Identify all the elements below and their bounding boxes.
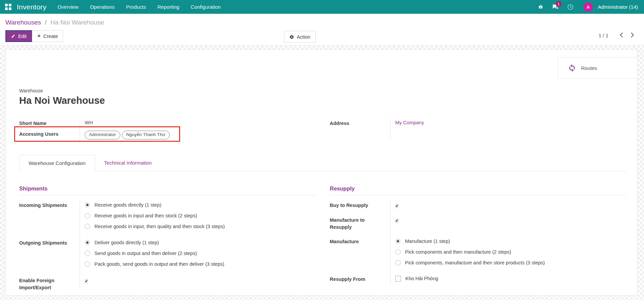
resupply-from-label: Resupply From — [330, 274, 390, 283]
pencil-icon — [11, 34, 15, 38]
manufacture-to-resupply-row: Manufacture to Resupply — [330, 215, 627, 237]
menu-overview[interactable]: Overview — [52, 0, 84, 14]
radio-selected-icon[interactable] — [85, 202, 90, 208]
radio-receive-2-steps[interactable]: Receive goods in input and then stock (2… — [85, 213, 316, 223]
radio-label: Receive goods in input, then quality and… — [94, 223, 225, 230]
breadcrumb: Warehouses / Ha Noi Warehouse — [5, 19, 639, 26]
radio-label: Manufacture (1 step) — [405, 238, 450, 245]
edit-button[interactable]: Edit — [5, 30, 32, 42]
radio-unselected-icon[interactable] — [85, 224, 90, 229]
breadcrumb-current: Ha Noi Warehouse — [50, 19, 104, 26]
foreign-import-export-value — [80, 276, 316, 288]
form-sheet: Routes Warehouse Ha Noi Warehouse Short … — [5, 49, 637, 296]
menu-products[interactable]: Products — [120, 0, 152, 14]
create-button[interactable]: + Create — [32, 30, 63, 42]
refresh-icon — [568, 64, 576, 72]
radio-unselected-icon[interactable] — [85, 261, 90, 267]
buy-to-resupply-row: Buy to Resupply — [330, 201, 627, 215]
radio-receive-1-step[interactable]: Receive goods directly (1 step) — [85, 202, 316, 213]
section-divider — [19, 195, 316, 195]
menu-configuration[interactable]: Configuration — [185, 0, 226, 14]
radio-manufacture-1-step[interactable]: Manufacture (1 step) — [395, 238, 627, 249]
control-panel: Warehouses / Ha Noi Warehouse Edit + Cre… — [0, 14, 644, 45]
radio-deliver-3-steps[interactable]: Pack goods, send goods in output and the… — [85, 261, 316, 272]
chevron-right-icon — [630, 32, 635, 38]
radio-deliver-2-steps[interactable]: Send goods in output and then deliver (2… — [85, 250, 316, 261]
checkbox-checked-icon[interactable] — [85, 279, 88, 284]
checkbox-label: Kho Hải Phòng — [405, 275, 438, 282]
pager-value: 1 / 1 — [599, 33, 608, 38]
tab-content-warehouse-configuration: Shipments Incoming Shipments Receive goo… — [19, 171, 627, 291]
radio-selected-icon[interactable] — [395, 239, 401, 244]
radio-receive-3-steps[interactable]: Receive goods in input, then quality and… — [85, 223, 316, 234]
routes-button-label: Routes — [581, 65, 597, 71]
apps-grid-icon — [5, 4, 11, 10]
accessing-users-row: Accessing Users Administrator Nguyễn Tha… — [19, 129, 316, 143]
address-row: Address My Company — [330, 119, 627, 139]
messages-icon[interactable]: 1 — [549, 0, 562, 14]
edit-button-label: Edit — [18, 34, 27, 39]
menu-reporting[interactable]: Reporting — [152, 0, 185, 14]
outgoing-shipments-row: Outgoing Shipments Deliver goods directl… — [19, 238, 316, 276]
address-label: Address — [330, 119, 390, 127]
radio-selected-icon[interactable] — [85, 240, 90, 245]
top-fields: Short Name WH Accessing Users Administra… — [19, 119, 627, 143]
apps-menu-button[interactable] — [0, 0, 16, 14]
pager-next-button[interactable] — [627, 31, 638, 40]
create-button-label: Create — [43, 34, 58, 39]
section-divider — [330, 195, 627, 195]
radio-label: Pick components and then manufacture (2 … — [405, 249, 511, 255]
radio-deliver-1-step[interactable]: Deliver goods directly (1 step) — [85, 240, 316, 250]
message-count-badge: 1 — [556, 1, 562, 7]
outgoing-shipments-label: Outgoing Shipments — [19, 238, 80, 247]
user-tag-administrator[interactable]: Administrator — [85, 131, 120, 139]
manufacture-to-resupply-value — [390, 215, 627, 237]
gear-icon — [289, 35, 294, 39]
breadcrumb-warehouses[interactable]: Warehouses — [5, 19, 41, 26]
action-button[interactable]: Action — [284, 31, 316, 43]
warehouse-field-label: Warehouse — [19, 88, 627, 93]
incoming-shipments-row: Incoming Shipments Receive goods directl… — [19, 201, 316, 238]
radio-unselected-icon[interactable] — [395, 260, 401, 265]
checkbox-kho-hai-phong[interactable]: Kho Hải Phòng — [395, 275, 627, 282]
bug-icon[interactable] — [534, 0, 547, 14]
app-name[interactable]: Inventory — [16, 3, 52, 11]
page-title: Ha Noi Warehouse — [19, 95, 627, 106]
user-tag-nguyen-thanh-thu[interactable]: Nguyễn Thanh Thư — [122, 131, 170, 139]
radio-label: Send goods in output and then deliver (2… — [94, 250, 197, 257]
user-menu[interactable]: Administrator (14) — [598, 4, 639, 10]
radio-unselected-icon[interactable] — [85, 213, 90, 218]
pager-previous-button[interactable] — [616, 31, 627, 40]
radio-label: Pick components, manufacture and then st… — [405, 260, 545, 266]
radio-unselected-icon[interactable] — [395, 249, 401, 255]
resupply-section-title: Resupply — [330, 185, 627, 192]
manufacture-to-resupply-label: Manufacture to Resupply — [330, 215, 390, 231]
incoming-shipments-options: Receive goods directly (1 step) Receive … — [80, 201, 316, 238]
tab-warehouse-configuration[interactable]: Warehouse Configuration — [19, 155, 95, 171]
main-menu: Overview Operations Products Reporting C… — [52, 0, 226, 14]
foreign-import-export-label: Enable Foreign Import/Export — [19, 276, 80, 291]
tab-technical-information[interactable]: Technical Information — [95, 155, 161, 171]
button-row: Edit + Create — [5, 30, 639, 42]
checkbox-unchecked-icon[interactable] — [395, 276, 401, 282]
manufacture-row: Manufacture Manufacture (1 step) Pick co… — [330, 237, 627, 274]
fields-left-column: Short Name WH Accessing Users Administra… — [19, 119, 316, 143]
activity-clock-icon[interactable] — [564, 0, 577, 14]
menu-operations[interactable]: Operations — [84, 0, 120, 14]
resupply-from-value: Kho Hải Phòng — [390, 274, 627, 286]
shipments-section-title: Shipments — [19, 185, 316, 192]
incoming-shipments-label: Incoming Shipments — [19, 201, 80, 209]
routes-stat-button[interactable]: Routes — [558, 57, 637, 79]
radio-label: Deliver goods directly (1 step) — [94, 240, 159, 246]
radio-label: Pack goods, send goods in output and the… — [94, 261, 224, 267]
user-avatar[interactable]: A — [583, 2, 593, 12]
address-company-link[interactable]: My Company — [395, 120, 424, 125]
radio-unselected-icon[interactable] — [85, 251, 90, 256]
radio-manufacture-2-steps[interactable]: Pick components and then manufacture (2 … — [395, 249, 627, 260]
short-name-label: Short Name — [19, 119, 80, 127]
outgoing-shipments-options: Deliver goods directly (1 step) Send goo… — [80, 238, 316, 276]
radio-manufacture-3-steps[interactable]: Pick components, manufacture and then st… — [395, 260, 627, 270]
radio-label: Receive goods directly (1 step) — [94, 202, 161, 208]
checkbox-checked-icon[interactable] — [395, 218, 399, 223]
checkbox-checked-icon[interactable] — [395, 204, 399, 208]
